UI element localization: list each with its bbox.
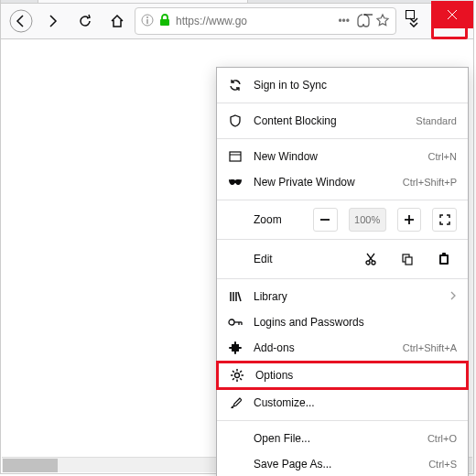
- back-button[interactable]: [6, 6, 36, 36]
- zoom-percent[interactable]: 100%: [349, 208, 386, 232]
- app-menu: Sign in to Sync Content Blocking Standar…: [216, 67, 469, 476]
- menu-customize[interactable]: Customize...: [217, 390, 468, 416]
- svg-line-45: [240, 371, 242, 373]
- home-button[interactable]: [103, 6, 132, 36]
- edit-label: Edit: [254, 253, 347, 265]
- menu-status: Standard: [416, 115, 457, 126]
- menu-label: Logins and Passwords: [254, 316, 457, 329]
- svg-rect-12: [160, 19, 169, 26]
- menu-label: Content Blocking: [254, 114, 405, 127]
- reload-button[interactable]: [70, 6, 100, 36]
- lock-icon: [159, 14, 170, 29]
- new-tab-button[interactable]: [248, 0, 276, 3]
- puzzle-icon: [228, 341, 243, 354]
- paste-button[interactable]: [431, 247, 457, 271]
- menu-zoom-row: Zoom 100%: [217, 205, 468, 234]
- menu-label: New Window: [254, 150, 417, 163]
- svg-rect-16: [230, 152, 241, 161]
- menu-sync[interactable]: Sign in to Sync: [217, 72, 468, 98]
- menu-label: Customize...: [254, 396, 457, 409]
- menu-label: Save Page As...: [254, 458, 417, 471]
- svg-line-43: [233, 371, 234, 373]
- menu-open-file[interactable]: Open File... Ctrl+O: [217, 426, 468, 451]
- url-text: https://www.go: [176, 15, 332, 27]
- svg-line-46: [233, 378, 234, 380]
- menu-shortcut: Ctrl+Shift+P: [403, 177, 457, 188]
- svg-point-22: [372, 261, 375, 265]
- sync-icon: [228, 79, 243, 92]
- info-icon[interactable]: [141, 14, 154, 29]
- menu-label: Options: [255, 369, 455, 382]
- fullscreen-button[interactable]: [432, 208, 457, 232]
- svg-rect-26: [406, 257, 412, 265]
- menu-label: Library: [254, 290, 438, 303]
- menu-label: Add-ons: [254, 341, 392, 354]
- svg-rect-29: [441, 256, 447, 263]
- svg-line-33: [238, 292, 241, 301]
- menu-content-blocking[interactable]: Content Blocking Standard: [217, 108, 468, 134]
- menu-label: Open File...: [254, 432, 416, 445]
- svg-point-21: [366, 261, 370, 265]
- menu-shortcut: Ctrl+S: [428, 459, 457, 470]
- svg-line-44: [240, 378, 242, 380]
- menu-label: Sign in to Sync: [254, 79, 457, 92]
- chevron-right-icon: [449, 291, 457, 302]
- library-icon: [228, 290, 243, 303]
- shield-icon: [228, 114, 243, 127]
- cut-button[interactable]: [358, 247, 384, 271]
- paintbrush-icon: [228, 396, 243, 409]
- close-window-button[interactable]: [431, 1, 473, 28]
- maximize-button[interactable]: [389, 1, 431, 28]
- menu-shortcut: Ctrl+Shift+A: [403, 342, 457, 353]
- menu-new-window[interactable]: New Window Ctrl+N: [217, 144, 468, 169]
- menu-new-private-window[interactable]: New Private Window Ctrl+Shift+P: [217, 169, 468, 195]
- menu-options[interactable]: Options: [219, 363, 466, 387]
- mask-icon: [228, 178, 243, 187]
- menu-logins[interactable]: Logins and Passwords: [217, 309, 468, 335]
- zoom-out-button[interactable]: [313, 208, 338, 232]
- window-icon: [228, 150, 243, 163]
- menu-label: New Private Window: [254, 176, 392, 189]
- zoom-in-button[interactable]: [397, 208, 422, 232]
- svg-rect-28: [442, 253, 446, 255]
- browser-tab[interactable]: Google: [38, 0, 248, 3]
- menu-shortcut: Ctrl+O: [427, 433, 457, 444]
- menu-edit-row: Edit: [217, 244, 468, 274]
- minimize-button[interactable]: [347, 1, 389, 28]
- forward-button[interactable]: [38, 6, 68, 36]
- options-highlight: Options: [216, 361, 469, 390]
- copy-button[interactable]: [395, 247, 420, 271]
- svg-point-34: [229, 319, 234, 325]
- menu-library[interactable]: Library: [217, 284, 468, 309]
- key-icon: [228, 318, 243, 327]
- menu-save-page[interactable]: Save Page As... Ctrl+S: [217, 451, 468, 476]
- svg-rect-1: [406, 11, 415, 19]
- menu-addons[interactable]: Add-ons Ctrl+Shift+A: [217, 335, 468, 361]
- svg-point-38: [235, 373, 240, 378]
- svg-point-10: [146, 16, 148, 18]
- gear-icon: [230, 369, 244, 382]
- zoom-label: Zoom: [254, 213, 302, 226]
- svg-point-8: [10, 10, 32, 32]
- menu-shortcut: Ctrl+N: [428, 151, 457, 162]
